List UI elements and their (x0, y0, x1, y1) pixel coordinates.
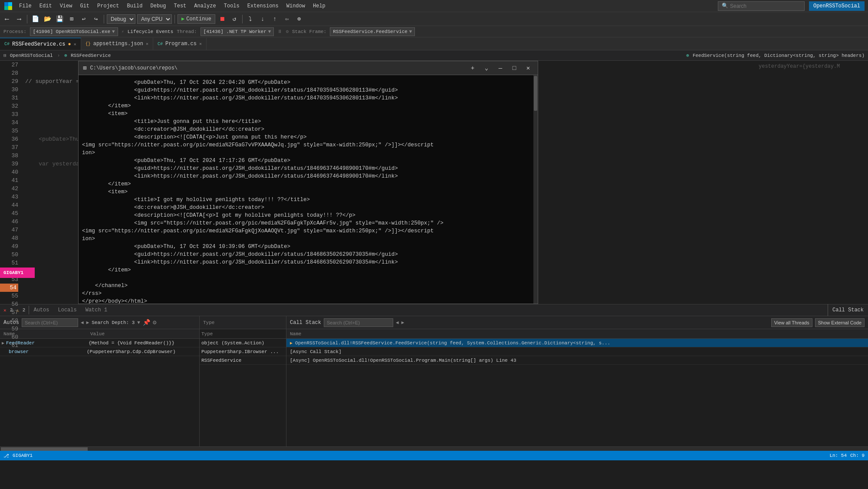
platform-select[interactable]: Any CPU (137, 14, 172, 24)
right-code-area: yesterdayYear={yesterday.M (755, 61, 868, 304)
cs-col-header: Name (286, 329, 868, 339)
class-icon: ⊕ (64, 53, 67, 58)
call-stack-search-input[interactable] (324, 318, 393, 327)
search-depth-label: Search Depth: 3 (92, 320, 135, 325)
call-stack-tab[interactable]: Call Stack (828, 304, 868, 316)
menu-window[interactable]: Window (283, 1, 309, 11)
tab-close-1[interactable]: ✕ (146, 41, 148, 46)
browser-name: browser (9, 349, 29, 354)
tab-appsettings[interactable]: {} appsettings.json ✕ (81, 38, 153, 50)
bottom-scrollbar-thumb[interactable] (1, 447, 88, 451)
pin-icon[interactable]: 📌 (143, 319, 150, 326)
debug-tabs-bar: ✕ 2 ⚠ 2 Autos Locals Watch 1 Call Stack (0, 304, 868, 316)
tab-close-2[interactable]: ✕ (199, 41, 202, 46)
search-input[interactable] (730, 3, 791, 9)
svg-rect-1 (8, 2, 12, 6)
view-threads-btn[interactable]: View all Threads (771, 318, 812, 327)
menu-file[interactable]: File (16, 1, 35, 11)
call-stack-panel: Call Stack ◀ ▶ View all Threads Show Ext… (286, 316, 868, 446)
tab-rssservice[interactable]: C# RSSFeedService.cs ● ✕ (0, 38, 81, 50)
gigaby-text: GIGABY1 (3, 270, 23, 275)
menu-debug[interactable]: Debug (147, 1, 169, 11)
save-all-btn[interactable]: ⊞ (66, 14, 77, 24)
autos-search-input[interactable] (22, 318, 78, 327)
open-btn[interactable]: 📂 (42, 14, 53, 24)
thread-dropdown[interactable]: [41436] .NET TP Worker ▼ (201, 27, 274, 36)
type-panel: Type Type object (System.Action) Puppete… (200, 316, 286, 446)
tabs-bar: C# RSSFeedService.cs ● ✕ {} appsettings.… (0, 37, 868, 50)
autos-header: Autos ◀ ▶ Search Depth: 3 ▼ 📌 ⚙ (0, 316, 199, 329)
menu-test[interactable]: Test (171, 1, 190, 11)
autos-col-headers: Name Value (0, 329, 199, 339)
save-btn[interactable]: 💾 (54, 14, 65, 24)
stack-frame-dropdown[interactable]: RSSFeedService.FeedService ▼ (330, 27, 415, 36)
autos-row-browser[interactable]: browser (PuppeteerSharp.Cdp.CdpBrowser) (0, 347, 199, 356)
breadcrumb-method[interactable]: FeedService(string feed, Dictionary<stri… (693, 53, 865, 58)
cs-row-active[interactable]: ▶ OpenRSSToSocial.dll!RSSFeedService.Fee… (286, 339, 868, 347)
cs-row-async[interactable]: [Async Call Stack] (286, 347, 868, 356)
call-stack-header: Call Stack ◀ ▶ View all Threads Show Ext… (286, 316, 868, 329)
menu-view[interactable]: View (56, 1, 76, 11)
depth-down[interactable]: ▼ (137, 320, 140, 325)
cs-row-main[interactable]: [Async] OpenRSSToSocial.dll!OpenRSSToSoc… (286, 356, 868, 365)
tab-close-0[interactable]: ✕ (74, 42, 76, 47)
lifecycle-label[interactable]: Lifecycle Events (128, 29, 174, 34)
forward-btn[interactable]: ⟶ (14, 14, 24, 24)
continue-button[interactable]: ▶ Continue (178, 14, 215, 24)
process-dropdown[interactable]: [41096] OpenRSSToSocial.exe ▼ (30, 27, 118, 36)
menu-git[interactable]: Git (76, 1, 93, 11)
panel-tab-watch[interactable]: Watch 1 (81, 304, 112, 316)
show-external-btn[interactable]: Show External Code (815, 318, 865, 327)
cs-active-text: OpenRSSToSocial.dll!RSSFeedService.FeedS… (295, 340, 610, 346)
settings-icon[interactable]: ⚙ (153, 319, 156, 326)
menu-extensions[interactable]: Extensions (244, 1, 282, 11)
type-row-0: object (System.Action) (200, 339, 286, 347)
svg-rect-2 (4, 6, 8, 10)
cs-nav-fwd[interactable]: ▶ (401, 320, 404, 325)
breadcrumb-project[interactable]: OpenRSSToSocial (10, 53, 53, 58)
ln-status: Ln: 54 (829, 453, 847, 458)
undo-btn[interactable]: ↩ (79, 14, 89, 24)
nav-back-icon[interactable]: ◀ (81, 320, 84, 325)
close-btn[interactable]: ✕ (523, 64, 533, 73)
nav-fwd-icon[interactable]: ▶ (86, 320, 89, 325)
branch-name: GIGABY1 (13, 453, 33, 458)
show-threads-btn[interactable]: ⊕ (294, 14, 304, 24)
new-file-btn[interactable]: 📄 (30, 14, 40, 24)
maximize-btn[interactable]: □ (509, 64, 519, 73)
step-back-btn[interactable]: ⇦ (282, 14, 292, 24)
restart-btn[interactable]: ↺ (229, 14, 240, 24)
stop-btn[interactable]: ⏹ (217, 14, 227, 24)
menu-help[interactable]: Help (309, 1, 329, 11)
lifecycle-icon: ⚡ (122, 29, 124, 34)
terminal-content[interactable]: <pubDate>Thu, 17 Oct 2024 22:04:20 GMT</… (79, 75, 538, 304)
step-into-btn[interactable]: ↓ (257, 14, 268, 24)
cs-nav-back[interactable]: ◀ (396, 320, 399, 325)
openrss-button[interactable]: OpenRSSToSocial (809, 1, 865, 11)
step-over-btn[interactable]: ⤵ (245, 14, 256, 24)
menu-analyze[interactable]: Analyze (191, 1, 219, 11)
menu-edit[interactable]: Edit (36, 1, 56, 11)
step-out-btn[interactable]: ↑ (270, 14, 280, 24)
menu-project[interactable]: Project (94, 1, 122, 11)
bottom-scrollbar[interactable] (0, 446, 868, 451)
breadcrumb-class[interactable]: RSSFeedService (71, 53, 111, 58)
panel-tab-locals[interactable]: Locals (53, 304, 81, 316)
debug-config-select[interactable]: Debug (107, 14, 135, 24)
editor-info-bar: ⊞ OpenRSSToSocial › ⊕ RSSFeedService ⊕ F… (0, 50, 868, 61)
menu-search-box[interactable]: 🔍 (718, 1, 805, 11)
menu-tools[interactable]: Tools (220, 1, 243, 11)
panel-tab-autos[interactable]: Autos (29, 304, 53, 316)
more-tabs-btn[interactable]: ⌄ (481, 63, 492, 73)
terminal-scrollbar-thumb[interactable] (534, 76, 537, 111)
autos-row-feedreader[interactable]: ▶ FeedReader {Method = {Void FeedReader(… (0, 339, 199, 347)
type-row-2: RSSFeedService (200, 356, 286, 365)
tab-program[interactable]: C# Program.cs ✕ (153, 38, 207, 50)
back-btn[interactable]: ⟵ (2, 14, 12, 24)
minimize-btn[interactable]: — (495, 64, 506, 73)
redo-btn[interactable]: ↪ (91, 14, 101, 24)
terminal-scrollbar[interactable] (533, 75, 538, 304)
bottom-panels: Autos ◀ ▶ Search Depth: 3 ▼ 📌 ⚙ Name Val… (0, 316, 868, 446)
new-tab-btn[interactable]: + (467, 63, 478, 73)
menu-build[interactable]: Build (123, 1, 146, 11)
